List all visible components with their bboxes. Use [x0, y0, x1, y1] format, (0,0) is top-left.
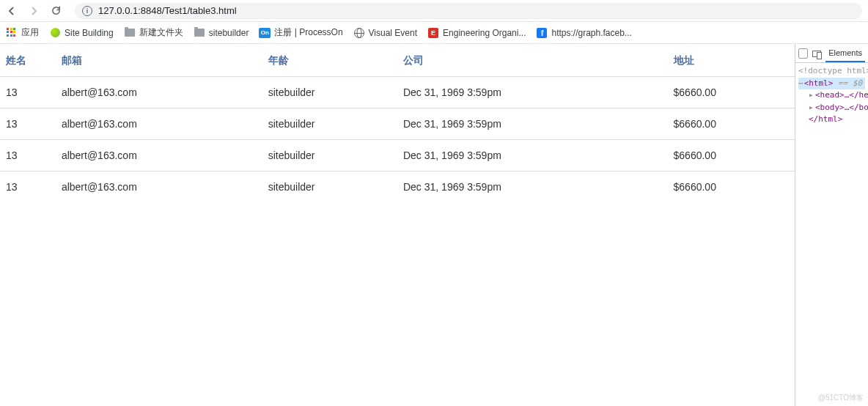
col-name[interactable]: 姓名 — [0, 44, 56, 77]
table-header-row: 姓名 邮箱 年龄 公司 地址 — [0, 44, 795, 77]
col-company[interactable]: 公司 — [397, 44, 668, 77]
bookmark-new-folder[interactable]: 新建文件夹 — [124, 26, 183, 39]
cell-age: sitebuilder — [262, 171, 397, 203]
page-content: 姓名 邮箱 年龄 公司 地址 13 albert@163.com sitebui… — [0, 44, 795, 406]
cell-company: Dec 31, 1969 3:59pm — [397, 77, 668, 108]
inspect-element-icon[interactable] — [798, 48, 808, 59]
cell-email: albert@163.com — [56, 108, 262, 140]
cell-name: 13 — [0, 108, 56, 140]
bookmark-visual-event[interactable]: Visual Event — [353, 27, 418, 39]
folder-icon — [124, 27, 136, 39]
bookmark-label: Visual Event — [369, 28, 418, 38]
cell-address: $6660.00 — [668, 140, 795, 171]
browser-toolbar: i 127.0.0.1:8848/Test1/table3.html — [0, 0, 868, 22]
cell-age: sitebuilder — [262, 77, 397, 108]
bookmark-label: https://graph.faceb... — [551, 28, 631, 38]
doctype-node: <!doctype html> — [798, 66, 868, 75]
main-area: 姓名 邮箱 年龄 公司 地址 13 albert@163.com sitebui… — [0, 44, 868, 406]
body-node[interactable]: ▸<body>…</body> — [798, 102, 865, 114]
device-toggle-icon[interactable] — [812, 48, 821, 59]
html-node[interactable]: ⋯<html> == $0 — [798, 78, 865, 90]
cell-email: albert@163.com — [56, 171, 262, 203]
processon-icon: On — [259, 27, 271, 39]
bookmark-engineering[interactable]: E Engineering Organi... — [427, 27, 526, 39]
devtools-tabs: Elements — [795, 44, 868, 63]
table-row: 13 albert@163.com sitebuilder Dec 31, 19… — [0, 77, 795, 108]
col-age[interactable]: 年龄 — [262, 44, 397, 77]
site-info-icon[interactable]: i — [82, 6, 92, 16]
cell-age: sitebuilder — [262, 108, 397, 140]
apps-label: 应用 — [21, 26, 39, 39]
folder-icon — [194, 27, 205, 39]
col-address[interactable]: 地址 — [668, 44, 795, 77]
cell-age: sitebuilder — [262, 140, 397, 171]
cell-address: $6660.00 — [668, 171, 795, 203]
bookmarks-bar: 应用 Site Building 新建文件夹 sitebuilder On 注册… — [0, 22, 868, 44]
table-row: 13 albert@163.com sitebuilder Dec 31, 19… — [0, 171, 795, 203]
forward-button[interactable] — [28, 5, 40, 17]
cell-company: Dec 31, 1969 3:59pm — [397, 171, 668, 203]
cell-name: 13 — [0, 140, 56, 171]
reload-button[interactable] — [50, 5, 62, 17]
bookmark-label: sitebuilder — [209, 28, 249, 38]
cell-name: 13 — [0, 77, 56, 108]
bookmark-label: 注册 | ProcessOn — [274, 26, 342, 39]
leaf-icon — [49, 27, 61, 39]
bookmark-label: Engineering Organi... — [443, 28, 526, 38]
apps-grid-icon — [6, 27, 18, 39]
tab-elements[interactable]: Elements — [825, 45, 865, 62]
table-row: 13 albert@163.com sitebuilder Dec 31, 19… — [0, 108, 795, 140]
cell-company: Dec 31, 1969 3:59pm — [397, 140, 668, 171]
bookmark-facebook-graph[interactable]: f https://graph.faceb... — [536, 27, 631, 39]
watermark: @51CTO博客 — [818, 393, 864, 403]
bookmark-sitebuilder[interactable]: sitebuilder — [194, 27, 249, 39]
cell-address: $6660.00 — [668, 108, 795, 140]
data-table: 姓名 邮箱 年龄 公司 地址 13 albert@163.com sitebui… — [0, 44, 795, 202]
url-text: 127.0.0.1:8848/Test1/table3.html — [98, 5, 237, 16]
back-button[interactable] — [6, 5, 18, 17]
col-email[interactable]: 邮箱 — [56, 44, 262, 77]
cell-email: albert@163.com — [56, 140, 262, 171]
cell-email: albert@163.com — [56, 77, 262, 108]
app-icon: E — [427, 27, 439, 39]
bookmark-label: 新建文件夹 — [139, 26, 183, 39]
head-node[interactable]: ▸<head>…</head> — [798, 89, 865, 102]
bookmark-site-building[interactable]: Site Building — [49, 27, 114, 39]
bookmark-label: Site Building — [65, 28, 114, 38]
html-close-node: </html> — [798, 114, 865, 126]
table-row: 13 albert@163.com sitebuilder Dec 31, 19… — [0, 140, 795, 171]
cell-company: Dec 31, 1969 3:59pm — [397, 108, 668, 140]
devtools-dom-tree[interactable]: <!doctype html> ⋯<html> == $0 ▸<head>…</… — [795, 63, 868, 406]
bookmark-processon[interactable]: On 注册 | ProcessOn — [259, 26, 342, 39]
address-bar[interactable]: i 127.0.0.1:8848/Test1/table3.html — [75, 3, 862, 19]
facebook-icon: f — [536, 27, 548, 39]
devtools-panel: Elements <!doctype html> ⋯<html> == $0 ▸… — [795, 44, 868, 406]
globe-icon — [353, 27, 365, 39]
apps-shortcut[interactable]: 应用 — [6, 26, 39, 39]
cell-name: 13 — [0, 171, 56, 203]
cell-address: $6660.00 — [668, 77, 795, 108]
